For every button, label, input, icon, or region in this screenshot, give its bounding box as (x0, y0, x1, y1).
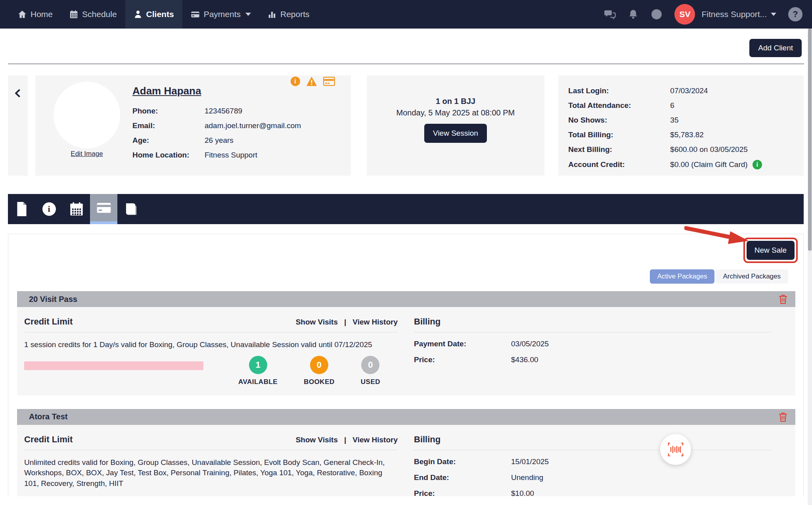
billing-row-price: Price: $436.00 (414, 355, 772, 364)
delete-package-icon[interactable] (779, 412, 787, 422)
messages-icon[interactable] (604, 8, 616, 20)
credit-limit-heading: Credit Limit (24, 434, 73, 445)
client-section-tabs: i (8, 194, 804, 224)
account-name: Fitness Support... (701, 10, 767, 19)
notifications-bell-icon[interactable] (628, 9, 639, 20)
show-visits-link[interactable]: Show Visits (296, 436, 338, 444)
view-session-button[interactable]: View Session (424, 124, 487, 143)
credit-card-icon (97, 202, 111, 213)
scrollbar[interactable] (808, 29, 812, 505)
credit-limit-heading: Credit Limit (24, 317, 73, 327)
tab-documents[interactable] (8, 194, 35, 224)
nav-home-label: Home (31, 10, 53, 19)
person-icon (134, 10, 142, 19)
stat-last-login: Last Login: 07/03/2024 (568, 86, 804, 95)
tab-notes[interactable] (117, 194, 145, 224)
new-sale-button[interactable]: New Sale (747, 241, 795, 260)
session-datetime: Monday, 5 May 2025 at 08:00 PM (367, 108, 545, 117)
bar-chart-icon (268, 10, 276, 19)
billing-heading: Billing (414, 434, 440, 445)
nav-reports-label: Reports (280, 10, 310, 19)
chevron-left-icon (13, 88, 23, 176)
view-history-link[interactable]: View History (352, 318, 398, 326)
tab-packages-billing[interactable] (90, 194, 117, 224)
credit-limit-column: Credit Limit Show Visits | View History … (24, 317, 398, 386)
chevron-down-icon (245, 13, 251, 16)
package-header: 20 Visit Pass (17, 291, 795, 307)
info-icon: i (42, 202, 56, 216)
billing-row-price: Price: $10.00 (414, 489, 772, 496)
calendar-icon (70, 202, 83, 216)
packages-filter-toggle: Active Packages Archived Packages (8, 269, 803, 284)
link-separator: | (344, 436, 346, 444)
package-header: Atora Test (17, 409, 795, 425)
counter-used: 0 USED (361, 356, 380, 386)
stat-account-credit: Account Credit: $0.00 (Claim Gift Card) … (568, 160, 804, 169)
client-field-phone: Phone: 123456789 (132, 107, 343, 115)
package-title: Atora Test (29, 412, 67, 421)
billing-row-payment-date: Payment Date: 03/05/2025 (414, 340, 772, 348)
credit-counters: 1 AVAILABLE 0 BOOKED 0 USED (238, 356, 398, 386)
main-nav: Home Schedule Clients Payments Reports (10, 0, 318, 29)
tab-schedule[interactable] (63, 194, 90, 224)
client-details: Adam Hapana Phone: 123456789 Email: adam… (132, 85, 343, 159)
archived-packages-tab[interactable]: Archived Packages (715, 269, 788, 284)
history-clock-icon[interactable] (651, 8, 663, 20)
billing-column: Billing Begin Date: 15/01/2025 End Date:… (414, 434, 788, 496)
nav-home[interactable]: Home (10, 0, 61, 29)
credit-limit-column: Credit Limit Show Visits | View History … (24, 434, 398, 496)
chevron-down-icon (771, 13, 776, 16)
package-description: Unlimited credits valid for Boxing, Grou… (24, 457, 398, 489)
billing-row-begin-date: Begin Date: 15/01/2025 (414, 457, 772, 466)
help-icon[interactable]: ? (788, 7, 802, 21)
credit-card-icon (191, 10, 200, 19)
counter-available: 1 AVAILABLE (238, 356, 278, 386)
client-stats-card: Last Login: 07/03/2024 Total Attendance:… (558, 75, 804, 176)
scrollbar-thumb[interactable] (808, 29, 812, 251)
scan-barcode-button[interactable] (660, 434, 691, 465)
client-field-email: Email: adam.joel.turner@gmail.com (132, 121, 343, 130)
book-icon (125, 202, 138, 216)
active-packages-tab[interactable]: Active Packages (650, 269, 715, 284)
edit-image-link[interactable]: Edit Image (54, 150, 120, 158)
nav-schedule-label: Schedule (82, 10, 117, 19)
calendar-icon (69, 10, 78, 19)
client-field-home-location: Home Location: Fitness Support (132, 151, 343, 159)
next-session-card: 1 on 1 BJJ Monday, 5 May 2025 at 08:00 P… (367, 75, 545, 176)
nav-reports[interactable]: Reports (259, 0, 318, 29)
client-info-card: Edit Image i Adam Hapana Phone: 12345678… (35, 75, 351, 176)
page-header: Add Client (0, 29, 812, 63)
nav-payments-label: Payments (204, 10, 241, 19)
nav-payments[interactable]: Payments (182, 0, 259, 29)
nav-clients-label: Clients (146, 10, 174, 19)
stat-total-billing: Total Billing: $5,783.82 (568, 131, 804, 139)
client-photo (54, 82, 120, 148)
stat-total-attendance: Total Attendance: 6 (568, 101, 804, 110)
header-divider (8, 63, 804, 64)
nav-schedule[interactable]: Schedule (61, 0, 125, 29)
stat-next-billing: Next Billing: $600.00 on 03/05/2025 (568, 145, 804, 154)
view-history-link[interactable]: View History (352, 436, 398, 444)
navbar-utilities: SV Fitness Support... ? (604, 0, 802, 29)
billing-column: Billing Payment Date: 03/05/2025 Price: … (414, 317, 788, 386)
billing-heading: Billing (414, 317, 440, 327)
delete-package-icon[interactable] (779, 294, 787, 304)
account-menu[interactable]: Fitness Support... (701, 10, 776, 19)
top-navbar: Home Schedule Clients Payments Reports S… (0, 0, 812, 29)
nav-clients[interactable]: Clients (125, 0, 182, 29)
credit-info-icon[interactable]: i (753, 160, 762, 169)
show-visits-link[interactable]: Show Visits (296, 318, 338, 326)
add-client-button[interactable]: Add Client (749, 39, 802, 57)
session-title: 1 on 1 BJJ (367, 97, 545, 106)
back-button[interactable] (8, 75, 28, 176)
client-name[interactable]: Adam Hapana (132, 85, 201, 97)
file-icon (15, 202, 28, 216)
barcode-icon (668, 442, 684, 457)
package-description: 1 session credits for 1 Day/s valid for … (24, 340, 398, 350)
package-card-20-visit-pass: 20 Visit Pass Credit Limit Show Visits |… (17, 291, 795, 396)
package-title: 20 Visit Pass (29, 295, 77, 304)
home-icon (18, 10, 27, 19)
billing-row-end-date: End Date: Unending (414, 473, 772, 482)
tab-info[interactable]: i (35, 194, 63, 224)
avatar[interactable]: SV (674, 4, 695, 25)
